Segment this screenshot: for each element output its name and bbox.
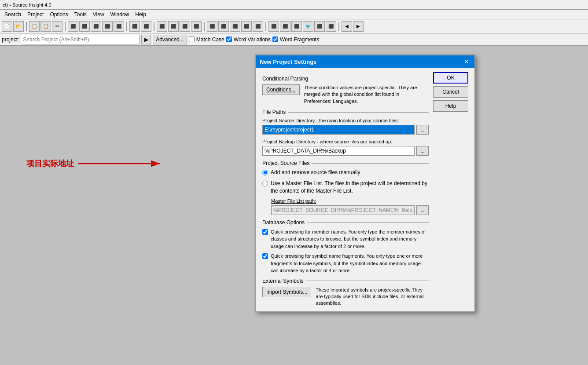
toolbar-btn-20[interactable]: ⬛ xyxy=(241,21,252,32)
backup-dir-input[interactable] xyxy=(262,146,415,156)
main-area: 项目实际地址 New Project Settings ✕ Conditiona… xyxy=(0,46,588,365)
toolbar-btn-1[interactable]: 📄 xyxy=(2,21,12,32)
match-case-group: Match Case xyxy=(189,36,224,43)
source-dir-browse-btn[interactable]: ... xyxy=(416,125,429,135)
menu-window[interactable]: Window xyxy=(108,11,132,18)
external-symbols-row: Import Symbols... These imported symbols… xyxy=(262,287,429,307)
project-source-files-section: Project Source Files xyxy=(262,160,429,166)
backup-dir-label: Project Backup Directory - where source … xyxy=(262,139,429,144)
menu-help[interactable]: Help xyxy=(132,11,149,18)
import-symbols-button[interactable]: Import Symbols... xyxy=(262,287,311,297)
toolbar-btn-24[interactable]: ⬛ xyxy=(291,21,302,32)
word-fragments-checkbox[interactable] xyxy=(272,36,278,42)
search-label: project: xyxy=(2,36,19,43)
toolbar-btn-3[interactable]: 📋 xyxy=(29,21,40,32)
radio-master-label: Use a Master File List. The files in the… xyxy=(271,180,429,195)
toolbar-btn-9[interactable]: ⬛ xyxy=(102,21,113,32)
advanced-button[interactable]: Advanced... xyxy=(153,35,187,44)
backup-dir-row: ... xyxy=(262,146,429,156)
dialog: New Project Settings ✕ Conditional Parsi… xyxy=(255,55,475,312)
toolbar-btn-25[interactable]: 🐦 xyxy=(303,21,313,32)
toolbar-btn-10[interactable]: ⬛ xyxy=(114,21,124,32)
toolbar-btn-21[interactable]: ⬛ xyxy=(253,21,263,32)
backup-dir-browse-btn[interactable]: ... xyxy=(416,146,429,156)
toolbar-sep-4 xyxy=(154,22,154,31)
external-symbols-description: These imported symbols are project-speci… xyxy=(316,287,429,307)
title-text: ct) - Source Insight 4.0 xyxy=(3,2,51,7)
toolbar-btn-12[interactable]: ⬛ xyxy=(141,21,151,32)
word-variations-group: Word Variations xyxy=(226,36,271,43)
toolbar-btn-16[interactable]: ⬛ xyxy=(191,21,202,32)
toolbar-sep-1 xyxy=(26,22,27,31)
dialog-content: Conditional Parsing Conditions... These … xyxy=(262,72,429,307)
source-dir-input[interactable] xyxy=(262,125,415,135)
toolbar-btn-19[interactable]: ⬛ xyxy=(230,21,240,32)
radio-master[interactable] xyxy=(262,181,268,186)
search-go-btn[interactable]: ▶ xyxy=(141,35,151,44)
cancel-button[interactable]: Cancel xyxy=(433,86,468,98)
match-case-checkbox[interactable] xyxy=(189,36,195,42)
forward-btn[interactable]: ▶ xyxy=(353,21,364,32)
menu-tools[interactable]: Tools xyxy=(72,11,89,18)
file-paths-section: File Paths xyxy=(262,109,429,115)
toolbar-btn-17[interactable]: ⬛ xyxy=(207,21,217,32)
menu-search[interactable]: Search xyxy=(2,11,24,18)
database-options-section: Database Options xyxy=(262,219,429,226)
file-paths-line xyxy=(288,112,429,113)
toolbar-btn-6[interactable]: ⬛ xyxy=(68,21,78,32)
toolbar-btn-13[interactable]: ⬛ xyxy=(157,21,167,32)
db-checkbox-2-label: Quick browsing for symbol name fragments… xyxy=(271,252,429,274)
toolbar-btn-18[interactable]: ⬛ xyxy=(218,21,229,32)
radio-manual[interactable] xyxy=(262,170,268,175)
external-symbols-label: External Symbols xyxy=(262,278,303,284)
toolbar-btn-7[interactable]: ⬛ xyxy=(79,21,90,32)
conditions-button[interactable]: Conditions... xyxy=(262,84,300,95)
db-checkbox-1[interactable] xyxy=(262,229,268,235)
word-variations-label: Word Variations xyxy=(234,36,271,43)
dialog-body: Conditional Parsing Conditions... These … xyxy=(256,68,474,311)
toolbar-btn-11[interactable]: ⬛ xyxy=(129,21,140,32)
master-file-row: ... xyxy=(271,205,429,215)
back-btn[interactable]: ◀ xyxy=(342,21,352,32)
toolbar-btn-26[interactable]: ⬛ xyxy=(314,21,325,32)
toolbar-btn-4[interactable]: 📋 xyxy=(40,21,51,32)
database-options-label: Database Options xyxy=(262,219,305,226)
dialog-close-button[interactable]: ✕ xyxy=(462,57,471,66)
search-bar: project: ▶ Advanced... Match Case Word V… xyxy=(0,33,588,46)
master-file-browse-btn[interactable]: ... xyxy=(416,205,429,215)
db-checkbox-2[interactable] xyxy=(262,253,268,259)
conditions-row: Conditions... These condition values are… xyxy=(262,84,429,105)
menu-bar: Search Project Options Tools View Window… xyxy=(0,10,588,19)
conditions-description: These condition values are project-speci… xyxy=(304,84,417,105)
conditional-parsing-label: Conditional Parsing xyxy=(262,76,308,82)
title-bar: ct) - Source Insight 4.0 xyxy=(0,0,588,10)
help-button[interactable]: Help xyxy=(433,100,468,112)
db-checkbox-row-2: Quick browsing for symbol name fragments… xyxy=(262,252,429,274)
db-checkbox-1-label: Quick browsing for member names. You onl… xyxy=(271,228,429,250)
toolbar: 📄 📂 📋 📋 ✂ ⬛ ⬛ ⬛ ⬛ ⬛ ⬛ ⬛ ⬛ ⬛ ⬛ ⬛ ⬛ ⬛ ⬛ ⬛ … xyxy=(0,19,588,33)
toolbar-btn-5[interactable]: ✂ xyxy=(52,21,62,32)
db-checkbox-row-1: Quick browsing for member names. You onl… xyxy=(262,228,429,250)
file-paths-label: File Paths xyxy=(262,109,286,115)
toolbar-btn-23[interactable]: ⬛ xyxy=(280,21,290,32)
master-file-input[interactable] xyxy=(271,205,415,215)
dialog-title: New Project Settings xyxy=(260,58,316,65)
toolbar-btn-27[interactable]: ⬛ xyxy=(326,21,336,32)
source-dir-label: Project Source Directory - the main loca… xyxy=(262,118,429,123)
conditional-parsing-line xyxy=(311,79,429,79)
radio-row-1: Add and remove source files manually xyxy=(262,169,429,176)
menu-view[interactable]: View xyxy=(90,11,107,18)
menu-project[interactable]: Project xyxy=(25,11,46,18)
toolbar-btn-8[interactable]: ⬛ xyxy=(91,21,101,32)
master-file-label: Master File List path: xyxy=(271,198,429,204)
toolbar-btn-2[interactable]: 📂 xyxy=(13,21,24,32)
search-input[interactable] xyxy=(21,35,140,44)
toolbar-btn-14[interactable]: ⬛ xyxy=(168,21,179,32)
external-symbols-line xyxy=(306,281,429,281)
ok-button[interactable]: OK xyxy=(433,72,468,84)
word-variations-checkbox[interactable] xyxy=(226,36,232,42)
toolbar-btn-22[interactable]: ⬛ xyxy=(268,21,279,32)
menu-options[interactable]: Options xyxy=(47,11,70,18)
toolbar-btn-15[interactable]: ⬛ xyxy=(180,21,190,32)
annotation-text: 项目实际地址 xyxy=(26,158,74,169)
